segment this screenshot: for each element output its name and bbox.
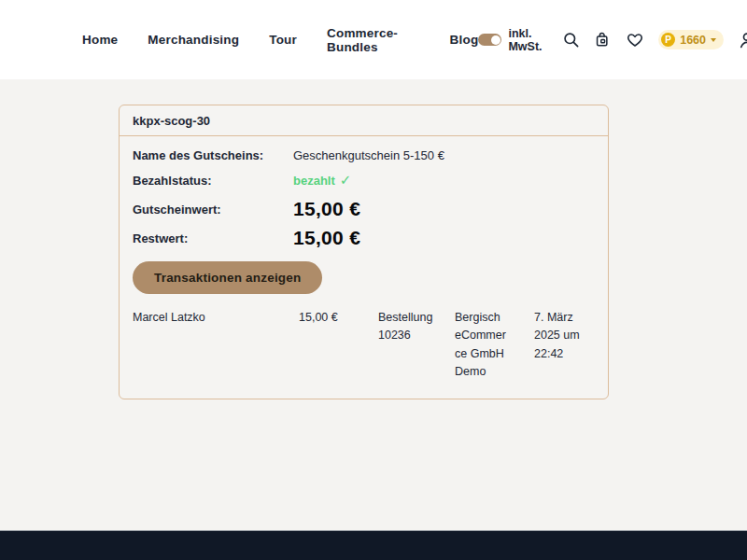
transaction-customer: Marcel Latzko <box>133 309 299 382</box>
nav-item-home[interactable]: Home <box>82 33 118 47</box>
nav-item-blog[interactable]: Blog <box>450 33 479 47</box>
field-label: Bezahlstatus: <box>133 174 293 188</box>
search-icon <box>562 31 580 49</box>
field-row-payment-status: Bezahlstatus: bezahlt ✓ <box>133 172 595 189</box>
nav-item-commerce-bundles[interactable]: Commerce-Bundles <box>327 26 420 54</box>
transaction-date: 7. März 2025 um 22:42 <box>534 309 595 382</box>
transaction-order: Bestellung 10236 <box>378 309 455 382</box>
voucher-card: kkpx-scog-30 Name des Gutscheins: Gesche… <box>119 105 609 399</box>
field-row-name: Name des Gutscheins: Geschenkgutschein 5… <box>133 148 595 162</box>
shopping-bag-icon <box>594 31 612 49</box>
transaction-amount: 15,00 € <box>299 309 378 382</box>
transaction-row: Marcel Latzko 15,00 € Bestellung 10236 B… <box>133 309 595 382</box>
field-row-remaining-value: Restwert: 15,00 € <box>133 227 595 249</box>
vat-toggle[interactable]: inkl. MwSt. <box>478 27 548 53</box>
page-footer <box>0 530 747 560</box>
transaction-merchant: Bergisch eCommerce GmbH Demo <box>455 309 534 382</box>
voucher-value-amount: 15,00 € <box>293 198 360 220</box>
points-icon: P <box>661 33 675 47</box>
voucher-code: kkpx-scog-30 <box>120 105 608 136</box>
toggle-switch-icon[interactable] <box>478 34 501 46</box>
nav-item-merchandising[interactable]: Merchandising <box>148 33 239 47</box>
vat-toggle-label: inkl. MwSt. <box>508 27 548 53</box>
top-navigation: Home Merchandising Tour Commerce-Bundles… <box>0 0 747 79</box>
field-label: Restwert: <box>133 231 293 245</box>
wishlist-button[interactable] <box>626 31 644 49</box>
nav-item-tour[interactable]: Tour <box>269 33 297 47</box>
main-content: kkpx-scog-30 Name des Gutscheins: Gesche… <box>0 79 747 530</box>
voucher-name-value: Geschenkgutschein 5-150 € <box>293 148 444 162</box>
header-actions: inkl. MwSt. <box>478 27 747 53</box>
account-button[interactable] <box>738 30 747 50</box>
show-transactions-button[interactable]: Transaktionen anzeigen <box>133 261 322 294</box>
account-icon <box>738 30 747 50</box>
remaining-value-amount: 15,00 € <box>293 227 360 249</box>
chevron-down-icon <box>711 38 716 42</box>
payment-status-badge: bezahlt <box>293 174 335 188</box>
heart-icon <box>626 31 644 49</box>
check-icon: ✓ <box>340 172 352 189</box>
field-label: Name des Gutscheins: <box>133 148 293 162</box>
points-value: 1660 <box>680 34 706 47</box>
points-badge[interactable]: P 1660 <box>658 30 724 49</box>
field-row-voucher-value: Gutscheinwert: 15,00 € <box>133 198 595 220</box>
cart-button[interactable] <box>594 31 612 49</box>
search-button[interactable] <box>562 31 580 49</box>
field-label: Gutscheinwert: <box>133 203 293 217</box>
main-nav: Home Merchandising Tour Commerce-Bundles… <box>82 26 478 54</box>
voucher-card-body: Name des Gutscheins: Geschenkgutschein 5… <box>120 136 608 399</box>
